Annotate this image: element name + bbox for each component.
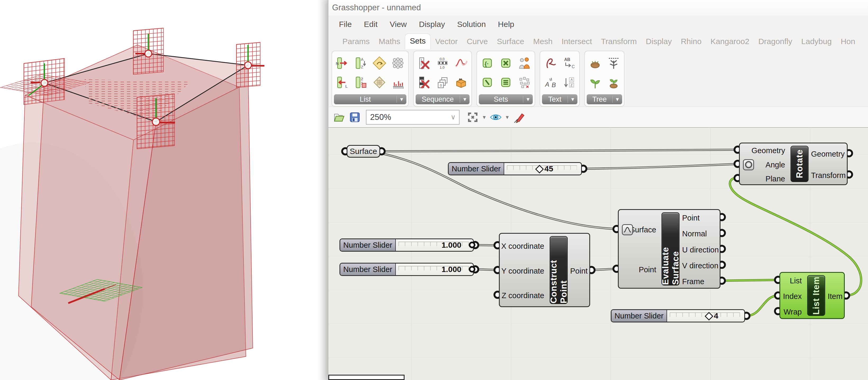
- menu-view[interactable]: View: [385, 18, 411, 30]
- chevron-down-icon[interactable]: ▾: [612, 96, 622, 103]
- input-geometry[interactable]: Geometry: [751, 146, 785, 155]
- tab-ladybug[interactable]: Ladybug: [797, 35, 836, 49]
- tab-intersect[interactable]: Intersect: [557, 35, 596, 49]
- chevron-down-icon[interactable]: ▾: [568, 96, 578, 103]
- weave-icon[interactable]: [370, 74, 389, 91]
- slider-groove[interactable]: 1.000: [396, 239, 473, 251]
- series-icon[interactable]: 210: [433, 74, 452, 91]
- set-intersection-icon[interactable]: [497, 55, 515, 71]
- item-index-icon[interactable]: [389, 74, 407, 91]
- group-caption-tree[interactable]: Tree▾: [587, 94, 622, 104]
- input-plane[interactable]: Plane: [766, 174, 785, 183]
- input-x-coordinate[interactable]: X coordinate: [501, 242, 545, 251]
- window-titlebar[interactable]: Grasshopper - unnamed: [329, 0, 868, 15]
- slider-knob[interactable]: [469, 242, 475, 248]
- set-union-icon[interactable]: [497, 74, 515, 91]
- slider-knob[interactable]: [469, 266, 475, 273]
- rhino-viewport[interactable]: [0, 0, 328, 380]
- input-wrap[interactable]: Wrap: [784, 307, 802, 316]
- save-file-icon[interactable]: [348, 110, 362, 124]
- node-evaluate-surface[interactable]: Evaluate SurfaceSurfacePointPointNormalU…: [618, 209, 720, 289]
- output-item[interactable]: Item: [828, 292, 843, 301]
- output-transform[interactable]: Transform: [811, 171, 846, 180]
- input-y-coordinate[interactable]: Y coordinate: [501, 267, 544, 275]
- open-file-icon[interactable]: [332, 110, 345, 124]
- sketch-icon[interactable]: [512, 110, 526, 124]
- output-frame[interactable]: Frame: [682, 277, 704, 286]
- set-difference-icon[interactable]: [478, 74, 497, 91]
- list-item-icon[interactable]: N: [333, 55, 352, 71]
- output-normal[interactable]: Normal: [682, 229, 707, 238]
- node-number-slider-angle[interactable]: Number Slider45: [448, 162, 582, 175]
- wire-slider-to-index[interactable]: [746, 296, 778, 316]
- chevron-down-icon[interactable]: ▾: [523, 96, 533, 103]
- tab-dragonfly[interactable]: Dragonfly: [754, 35, 797, 49]
- sort-text-icon[interactable]: AZ: [560, 74, 578, 91]
- tab-params[interactable]: Params: [338, 35, 374, 49]
- slider-groove[interactable]: 1.000: [396, 264, 473, 275]
- input-index[interactable]: Index: [783, 292, 802, 301]
- input-z-coordinate[interactable]: Z coordinate: [501, 291, 544, 300]
- chevron-down-icon[interactable]: ∨: [447, 113, 459, 121]
- list-length-icon[interactable]: L: [333, 74, 352, 91]
- menu-display[interactable]: Display: [415, 18, 449, 30]
- tab-surface[interactable]: Surface: [492, 35, 529, 49]
- chevron-down-icon[interactable]: ▾: [460, 96, 470, 103]
- preview-icon[interactable]: [489, 110, 503, 124]
- input-angle[interactable]: Angle: [766, 160, 785, 169]
- preview-menu-caret-icon[interactable]: ▾: [505, 114, 509, 121]
- trim-tree-icon[interactable]: [604, 74, 623, 91]
- tab-vector[interactable]: Vector: [431, 35, 462, 49]
- input-list[interactable]: List: [790, 276, 802, 285]
- partition-list-icon[interactable]: 21: [352, 74, 370, 91]
- input-point[interactable]: Point: [639, 265, 656, 274]
- radians-toggle-button[interactable]: [743, 159, 754, 170]
- characters-icon[interactable]: AB: [541, 74, 560, 91]
- node-number-slider-x[interactable]: Number Slider1.000: [339, 238, 474, 252]
- node-construct-point[interactable]: Construct PointX coordinateY coordinateZ…: [499, 233, 590, 307]
- input-surface[interactable]: Surface: [630, 225, 656, 234]
- node-surface-param[interactable]: Surface: [347, 145, 380, 158]
- zoom-combobox[interactable]: 250% ∨: [366, 110, 460, 125]
- zoom-menu-caret-icon[interactable]: ▾: [482, 114, 486, 121]
- output-v-direction[interactable]: V direction: [682, 261, 718, 270]
- disjoint-icon[interactable]: [515, 74, 533, 91]
- menu-help[interactable]: Help: [494, 18, 519, 30]
- text-fragment-icon[interactable]: [541, 55, 560, 71]
- member-index-icon[interactable]: [515, 55, 533, 71]
- cross-reference-icon[interactable]: [389, 55, 407, 71]
- repeat-data-icon[interactable]: [452, 74, 470, 91]
- node-number-slider-index[interactable]: Number Slider4: [611, 309, 745, 322]
- concatenate-icon[interactable]: ABC: [560, 55, 578, 71]
- unflatten-tree-icon[interactable]: [586, 74, 604, 91]
- graft-tree-icon[interactable]: [604, 55, 623, 71]
- component-capsule[interactable]: Construct Point: [550, 236, 568, 304]
- tab-rhino[interactable]: Rhino: [676, 35, 706, 49]
- zoom-extents-icon[interactable]: [466, 110, 479, 124]
- tab-kangaroo2[interactable]: Kangaroo2: [706, 35, 754, 49]
- tab-sets[interactable]: Sets: [405, 34, 431, 49]
- tab-maths[interactable]: Maths: [374, 35, 405, 49]
- component-capsule[interactable]: Rotate: [790, 146, 808, 182]
- chevron-down-icon[interactable]: ▾: [397, 96, 406, 103]
- random-icon[interactable]: [452, 55, 470, 71]
- flatten-tree-icon[interactable]: [586, 55, 604, 71]
- group-caption-sets[interactable]: Sets▾: [479, 94, 533, 104]
- menu-edit[interactable]: Edit: [360, 18, 382, 30]
- group-caption-text[interactable]: Text▾: [542, 94, 578, 104]
- tab-transform[interactable]: Transform: [596, 35, 642, 49]
- output-point[interactable]: Point: [682, 213, 700, 222]
- cull-index-icon[interactable]: 12: [415, 55, 433, 71]
- component-capsule[interactable]: Evaluate Surface: [661, 212, 680, 285]
- slider-groove[interactable]: 45: [504, 163, 581, 175]
- slider-groove[interactable]: 4: [667, 310, 744, 322]
- node-number-slider-y[interactable]: Number Slider1.000: [339, 263, 474, 276]
- sort-list-icon[interactable]: AZ: [352, 55, 370, 71]
- tab-mesh[interactable]: Mesh: [529, 35, 557, 49]
- group-caption-list[interactable]: List▾: [334, 94, 406, 104]
- graph-button[interactable]: [622, 224, 633, 235]
- create-set-icon[interactable]: {·: [478, 55, 497, 71]
- gh-canvas[interactable]: SurfaceNumber Slider45RotateGeometryAngl…: [329, 128, 868, 380]
- tab-display[interactable]: Display: [642, 35, 676, 49]
- menu-file[interactable]: File: [335, 18, 356, 30]
